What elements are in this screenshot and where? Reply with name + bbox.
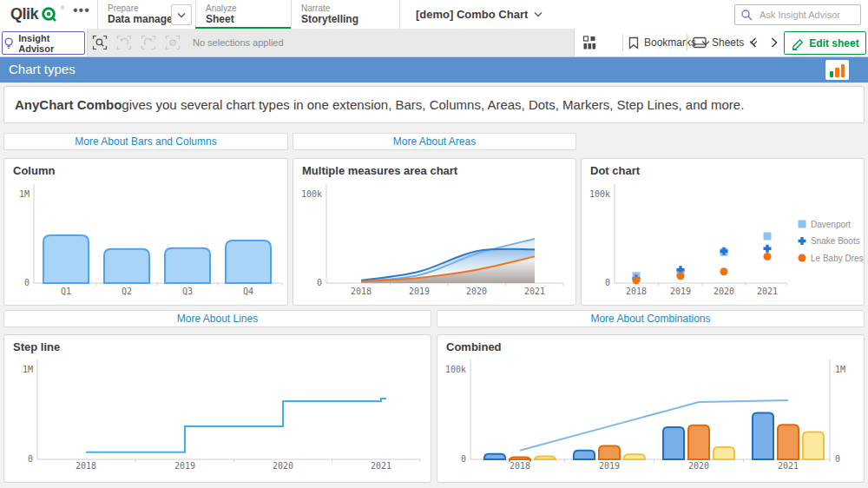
svg-text:2020: 2020 xyxy=(713,287,734,296)
intro-banner: AnyChart Combo gives you several chart t… xyxy=(3,86,865,123)
divider xyxy=(195,0,196,29)
svg-text:Davenport: Davenport xyxy=(811,220,851,229)
svg-text:100k: 100k xyxy=(445,365,466,374)
sheet-title: Chart types xyxy=(9,62,76,76)
qlik-logo-text: Qlik xyxy=(10,4,38,23)
next-sheet-button[interactable] xyxy=(766,29,783,56)
svg-text:0: 0 xyxy=(461,454,466,464)
svg-text:Snake Boots: Snake Boots xyxy=(811,236,860,246)
column-chart[interactable]: 1M0Q1Q2Q3Q4 xyxy=(4,159,287,305)
chevron-down-icon xyxy=(177,12,186,18)
svg-text:Q1: Q1 xyxy=(61,287,71,296)
chart-panel-step: Step line 1M02018201920202021 xyxy=(3,334,431,483)
svg-text:Q2: Q2 xyxy=(122,287,132,296)
chart-panel-column: Column 1M0Q1Q2Q3Q4 xyxy=(3,158,288,306)
more-menu-icon[interactable]: ••• xyxy=(73,3,90,18)
svg-text:1M: 1M xyxy=(19,189,30,199)
insight-search-box[interactable] xyxy=(734,4,861,25)
pencil-icon xyxy=(791,36,804,50)
area-chart[interactable]: 100k02018201920202021 xyxy=(293,159,575,305)
svg-text:2021: 2021 xyxy=(778,461,799,471)
chart-panel-area: Multiple measures area chart 100k0201820… xyxy=(293,158,576,306)
svg-text:2020: 2020 xyxy=(273,461,293,471)
insight-advisor-button[interactable]: Insight Advisor xyxy=(2,31,85,55)
no-selections-text: No selections applied xyxy=(193,37,284,48)
qlik-q-icon xyxy=(40,4,59,23)
redo-icon[interactable] xyxy=(141,35,156,50)
svg-text:1M: 1M xyxy=(835,365,845,374)
chart-title: Column xyxy=(13,164,55,177)
sheet-icon xyxy=(693,36,707,49)
svg-text:2019: 2019 xyxy=(174,461,195,471)
chevron-down-icon xyxy=(534,11,542,17)
svg-text:0: 0 xyxy=(28,454,33,464)
dot-chart[interactable]: 100k02018201920202021DavenportSnake Boot… xyxy=(582,159,864,305)
banner-bold-text: AnyChart Combo xyxy=(15,97,122,112)
chevron-left-icon xyxy=(750,37,757,48)
svg-text:2019: 2019 xyxy=(599,461,620,471)
banner-text: gives you several chart types in one ext… xyxy=(122,97,744,112)
mini-bar-orange-tall xyxy=(841,64,845,77)
svg-text:2018: 2018 xyxy=(510,461,530,471)
tab-prepare[interactable]: Prepare Data manager xyxy=(108,3,176,25)
prepare-dropdown-button[interactable] xyxy=(171,4,192,25)
registered-mark: ® xyxy=(61,5,64,10)
chart-panel-combined: Combined 100k020182019202020211M0 xyxy=(437,334,865,483)
grid-view-icon[interactable] xyxy=(582,35,598,50)
clear-selections-icon[interactable] xyxy=(165,35,181,50)
combined-chart[interactable]: 100k020182019202020211M0 xyxy=(437,335,864,482)
chart-types-icon[interactable] xyxy=(825,60,849,80)
chart-panel-dot: Dot chart 100k02018201920202021Davenport… xyxy=(581,158,865,306)
chart-title: Multiple measures area chart xyxy=(302,164,457,177)
svg-text:0: 0 xyxy=(317,278,322,287)
divider xyxy=(399,0,400,29)
svg-text:0: 0 xyxy=(835,454,840,464)
mini-bar-green xyxy=(830,71,833,77)
insight-advisor-icon xyxy=(3,36,15,50)
qlik-logo[interactable]: Qlik ® xyxy=(10,4,64,23)
link-more-about-areas[interactable]: More About Areas xyxy=(293,133,576,150)
chart-title: Dot chart xyxy=(590,164,640,177)
link-more-about-bars-and-columns[interactable]: More About Bars and Columns xyxy=(3,133,288,150)
svg-text:100k: 100k xyxy=(301,189,322,199)
svg-text:2019: 2019 xyxy=(670,287,691,296)
app-title-menu[interactable]: [demo] Combo Chart xyxy=(416,8,542,21)
svg-text:Q3: Q3 xyxy=(182,287,193,296)
chart-title: Combined xyxy=(446,340,502,353)
svg-text:1M: 1M xyxy=(23,365,33,374)
svg-text:2020: 2020 xyxy=(466,287,487,296)
bookmark-icon xyxy=(628,36,639,49)
edit-sheet-button[interactable]: Edit sheet xyxy=(784,31,866,55)
svg-text:Le Baby Dress: Le Baby Dress xyxy=(811,254,864,263)
svg-text:2021: 2021 xyxy=(524,287,545,296)
tab-analyze[interactable]: Analyze Sheet xyxy=(206,3,237,25)
svg-text:2019: 2019 xyxy=(409,287,430,296)
search-input[interactable] xyxy=(758,5,860,24)
svg-text:2021: 2021 xyxy=(371,461,391,471)
svg-text:0: 0 xyxy=(605,278,610,287)
undo-icon[interactable] xyxy=(116,35,132,50)
selections-bar xyxy=(87,29,575,56)
svg-text:100k: 100k xyxy=(589,189,610,199)
divider xyxy=(687,34,687,51)
search-icon xyxy=(740,9,753,22)
selections-toolbar: Insight Advisor No selections applied Bo… xyxy=(0,29,868,57)
svg-text:2018: 2018 xyxy=(351,287,372,296)
divider xyxy=(622,34,623,51)
svg-text:2020: 2020 xyxy=(688,461,709,471)
svg-text:0: 0 xyxy=(24,278,30,287)
tab-narrate[interactable]: Narrate Storytelling xyxy=(301,3,358,25)
smart-search-icon[interactable] xyxy=(92,35,108,50)
svg-text:Q4: Q4 xyxy=(243,287,253,296)
previous-sheet-button[interactable] xyxy=(745,29,762,56)
mini-bar-orange xyxy=(835,68,838,77)
chart-title: Step line xyxy=(13,340,60,353)
svg-text:2021: 2021 xyxy=(757,287,778,296)
chevron-right-icon xyxy=(771,37,778,48)
divider xyxy=(291,0,292,29)
step-line-chart[interactable]: 1M02018201920202021 xyxy=(4,335,431,482)
link-more-about-combinations[interactable]: More About Combinations xyxy=(437,310,865,327)
link-more-about-lines[interactable]: More About Lines xyxy=(3,310,431,327)
divider xyxy=(97,0,98,29)
svg-text:2018: 2018 xyxy=(76,461,96,471)
